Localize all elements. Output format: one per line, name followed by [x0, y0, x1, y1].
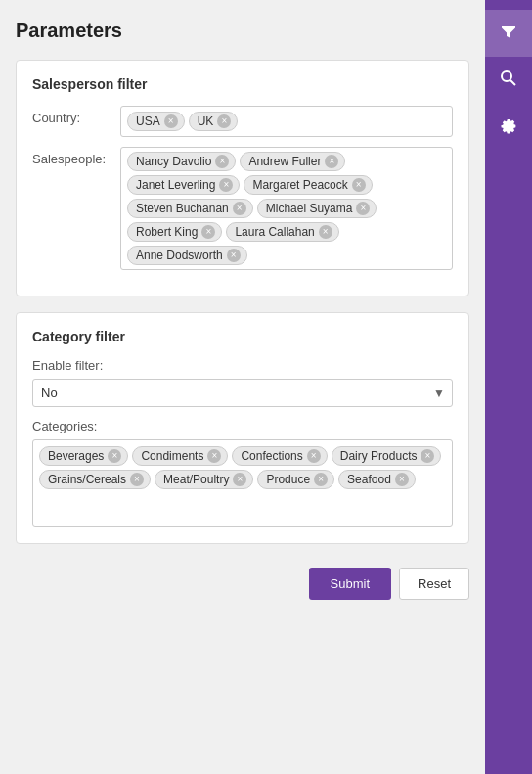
salesperson-tag-label: Steven Buchanan — [136, 202, 229, 215]
category-tag-label: Seafood — [347, 473, 391, 486]
salespeople-row: Salespeople: Nancy Davolio×Andrew Fuller… — [32, 147, 453, 270]
salesperson-tag: Andrew Fuller× — [240, 152, 345, 171]
svg-line-1 — [510, 80, 515, 85]
remove-category-2[interactable]: × — [307, 449, 321, 463]
salesperson-tag: Nancy Davolio× — [127, 152, 236, 171]
salesperson-tag: Laura Callahan× — [226, 222, 338, 242]
salesperson-tag: Michael Suyama× — [257, 199, 377, 218]
category-tag-label: Grains/Cereals — [48, 473, 126, 486]
remove-salesperson-8[interactable]: × — [227, 249, 241, 262]
salesperson-tag: Robert King× — [127, 222, 222, 242]
salesperson-tag-label: Andrew Fuller — [248, 155, 321, 168]
category-tag: Grains/Cereals× — [39, 470, 151, 489]
category-tag-label: Meat/Poultry — [163, 473, 229, 486]
category-tag-label: Beverages — [48, 449, 104, 463]
category-tag: Produce× — [257, 470, 334, 489]
country-tag-usa-label: USA — [136, 114, 160, 128]
country-tag-uk-label: UK — [198, 114, 214, 128]
submit-button[interactable]: Submit — [309, 568, 391, 600]
category-tag: Condiments× — [132, 446, 228, 466]
remove-country-uk[interactable]: × — [217, 114, 231, 128]
salesperson-tag: Anne Dodsworth× — [127, 246, 247, 265]
salesperson-tag-label: Anne Dodsworth — [136, 249, 223, 262]
sidebar-item-search[interactable] — [485, 57, 532, 104]
category-tag-label: Produce — [266, 473, 310, 486]
salesperson-tag: Steven Buchanan× — [127, 199, 253, 218]
category-tag: Confections× — [232, 446, 327, 466]
salesperson-filter-title: Salesperson filter — [32, 76, 453, 92]
salesperson-tag-label: Margaret Peacock — [252, 178, 347, 192]
salesperson-tag-label: Nancy Davolio — [136, 155, 211, 168]
remove-country-usa[interactable]: × — [164, 114, 178, 128]
category-tag-label: Confections — [241, 449, 302, 463]
remove-salesperson-6[interactable]: × — [201, 225, 215, 239]
category-tag: Seafood× — [338, 470, 416, 489]
salesperson-tag-label: Robert King — [136, 225, 198, 239]
salesperson-tag-label: Laura Callahan — [235, 225, 314, 239]
remove-salesperson-2[interactable]: × — [219, 178, 233, 192]
reset-button[interactable]: Reset — [399, 568, 469, 600]
remove-category-4[interactable]: × — [130, 473, 144, 486]
remove-category-7[interactable]: × — [395, 473, 409, 486]
category-tag: Meat/Poultry× — [155, 470, 253, 489]
category-tag: Dairy Products× — [332, 446, 442, 466]
footer-row: Submit Reset — [16, 560, 469, 600]
categories-box[interactable]: Beverages×Condiments×Confections×Dairy P… — [32, 439, 453, 527]
enable-filter-label: Enable filter: — [32, 358, 453, 373]
salespeople-label: Salespeople: — [32, 147, 120, 166]
country-input-area[interactable]: USA × UK × — [120, 106, 453, 137]
salesperson-tag-label: Michael Suyama — [266, 202, 353, 215]
salesperson-tag-label: Janet Leverling — [136, 178, 215, 192]
remove-category-3[interactable]: × — [421, 449, 434, 463]
categories-label: Categories: — [32, 419, 453, 433]
remove-salesperson-4[interactable]: × — [233, 202, 246, 215]
remove-category-5[interactable]: × — [233, 473, 246, 486]
salespeople-input-area[interactable]: Nancy Davolio×Andrew Fuller×Janet Leverl… — [120, 147, 453, 270]
salesperson-filter-panel: Salesperson filter Country: USA × UK × S… — [16, 60, 469, 296]
salesperson-tag: Margaret Peacock× — [244, 175, 372, 195]
category-tag-label: Condiments — [141, 449, 203, 463]
category-tag-label: Dairy Products — [340, 449, 418, 463]
enable-filter-select[interactable]: NoYes — [32, 379, 453, 407]
sidebar-item-settings[interactable] — [485, 104, 532, 151]
remove-category-0[interactable]: × — [108, 449, 121, 463]
remove-salesperson-5[interactable]: × — [356, 202, 370, 215]
page-title: Parameters — [16, 20, 469, 42]
main-content: Parameters Salesperson filter Country: U… — [0, 0, 485, 774]
country-label: Country: — [32, 106, 120, 125]
country-tag-uk: UK × — [189, 112, 239, 131]
remove-salesperson-3[interactable]: × — [352, 178, 366, 192]
sidebar — [485, 0, 532, 774]
remove-salesperson-7[interactable]: × — [319, 225, 332, 239]
salesperson-tag: Janet Leverling× — [127, 175, 240, 195]
remove-category-1[interactable]: × — [207, 449, 221, 463]
remove-salesperson-1[interactable]: × — [325, 155, 338, 168]
remove-salesperson-0[interactable]: × — [215, 155, 229, 168]
country-row: Country: USA × UK × — [32, 106, 453, 137]
country-tag-usa: USA × — [127, 112, 185, 131]
category-filter-title: Category filter — [32, 329, 453, 344]
search-icon — [499, 68, 518, 93]
sidebar-item-filter[interactable] — [485, 10, 532, 57]
gear-icon — [499, 115, 518, 140]
filter-icon — [499, 22, 518, 46]
svg-point-0 — [502, 71, 511, 81]
remove-category-6[interactable]: × — [314, 473, 328, 486]
category-filter-panel: Category filter Enable filter: NoYes ▼ C… — [16, 312, 469, 544]
category-tag: Beverages× — [39, 446, 128, 466]
enable-filter-wrapper: NoYes ▼ — [32, 379, 453, 407]
